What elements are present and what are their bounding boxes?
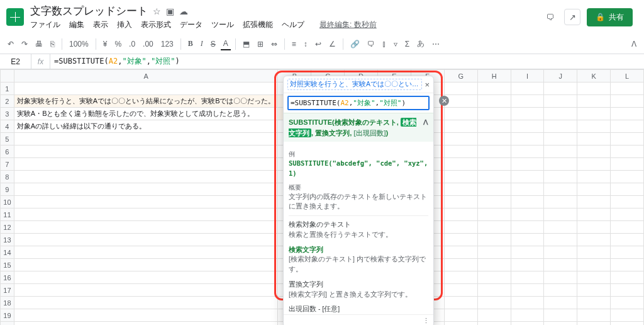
cell[interactable] [511, 284, 544, 297]
cell[interactable] [544, 284, 577, 297]
cell[interactable] [544, 322, 577, 326]
comments-icon[interactable]: 🗨 [541, 9, 558, 25]
filter-button[interactable]: ▿ [391, 38, 400, 50]
chart-button[interactable]: ⫿ [380, 38, 389, 50]
cell[interactable] [611, 120, 644, 133]
cell[interactable] [477, 297, 511, 309]
zoom-select[interactable]: 100% [67, 38, 91, 50]
cell[interactable] [444, 183, 477, 196]
menu-insert[interactable]: 挿入 [117, 20, 132, 30]
cell[interactable] [477, 309, 511, 322]
present-icon[interactable]: ↗ [564, 9, 580, 25]
cell[interactable] [444, 208, 477, 221]
last-edit-label[interactable]: 最終編集: 数秒前 [319, 20, 377, 30]
cell[interactable] [444, 297, 477, 309]
cell[interactable] [511, 158, 544, 171]
collapse-toolbar-icon[interactable]: ᐱ [629, 38, 639, 50]
row-header[interactable]: 16 [1, 271, 14, 284]
cell[interactable] [611, 322, 644, 326]
cell[interactable] [611, 183, 644, 196]
move-icon[interactable]: ▣ [166, 6, 174, 16]
formula-edit-input[interactable]: =SUBSTITUTE(A2,"対象","対照") [287, 96, 430, 110]
fill-color-button[interactable]: ⬒ [240, 38, 252, 50]
cell[interactable] [444, 259, 477, 271]
decrease-decimal-button[interactable]: .0 [126, 38, 138, 50]
cell[interactable] [477, 95, 511, 108]
cell[interactable] [544, 120, 577, 133]
cell[interactable] [511, 259, 544, 271]
cell[interactable] [577, 284, 611, 297]
cell[interactable] [14, 133, 278, 145]
menu-format[interactable]: 表示形式 [141, 20, 171, 30]
cell[interactable] [544, 158, 577, 171]
cell[interactable] [477, 221, 511, 234]
cell[interactable] [544, 108, 577, 120]
cell[interactable] [577, 208, 611, 221]
cell[interactable] [611, 284, 644, 297]
row-header[interactable]: 4 [1, 120, 14, 133]
cell[interactable] [14, 183, 278, 196]
cell[interactable] [544, 196, 577, 208]
cell[interactable] [577, 259, 611, 271]
cell[interactable] [477, 196, 511, 208]
rotate-button[interactable]: ∠ [326, 38, 338, 50]
cell[interactable] [511, 297, 544, 309]
cell[interactable] [511, 171, 544, 183]
formula-input[interactable]: =SUBSTITUTE(A2,"対象","対照") [50, 56, 180, 67]
doc-title[interactable]: 文字数スプレッドシート [30, 4, 148, 18]
cell[interactable] [511, 196, 544, 208]
row-header[interactable]: 8 [1, 171, 14, 183]
cell[interactable] [477, 108, 511, 120]
italic-button[interactable]: I [198, 38, 206, 50]
paint-format-button[interactable]: ⎘ [48, 38, 57, 50]
cell[interactable] [444, 309, 477, 322]
menu-help[interactable]: ヘルプ [282, 20, 304, 30]
insert-comment-button[interactable]: 🗨 [365, 38, 377, 50]
row-header[interactable]: 1 [1, 83, 14, 95]
cell[interactable] [477, 171, 511, 183]
cell[interactable] [611, 108, 644, 120]
row-header[interactable]: 14 [1, 246, 14, 259]
redo-button[interactable]: ↷ [19, 38, 30, 50]
cell[interactable] [511, 83, 544, 95]
cell[interactable] [14, 322, 278, 326]
cell[interactable] [577, 221, 611, 234]
percent-button[interactable]: % [112, 38, 124, 50]
cell[interactable] [577, 108, 611, 120]
row-header[interactable]: 7 [1, 158, 14, 171]
cell[interactable] [544, 271, 577, 284]
borders-button[interactable]: ⊞ [255, 38, 266, 50]
cell[interactable] [14, 196, 278, 208]
cell[interactable] [477, 158, 511, 171]
merge-button[interactable]: ⇔ [269, 38, 280, 50]
row-header[interactable]: 20 [1, 322, 14, 326]
row-header[interactable]: 9 [1, 183, 14, 196]
cell[interactable] [14, 284, 278, 297]
cell[interactable] [577, 158, 611, 171]
share-button[interactable]: 🔒 共有 [587, 8, 633, 26]
cell[interactable] [544, 208, 577, 221]
row-header[interactable]: 19 [1, 309, 14, 322]
number-format-button[interactable]: 123 [158, 38, 176, 50]
input-lang-button[interactable]: あ [414, 37, 427, 50]
cell[interactable] [511, 221, 544, 234]
cell[interactable] [511, 120, 544, 133]
cell[interactable] [544, 171, 577, 183]
cell[interactable]: 対象実験を行うと、実験Aでは〇〇という結果になったが、実験Bでは〇〇だった。 [14, 95, 278, 108]
currency-button[interactable]: ¥ [101, 38, 110, 50]
cell[interactable] [511, 95, 544, 108]
cell[interactable] [577, 234, 611, 246]
cell[interactable] [511, 322, 544, 326]
row-header[interactable]: 6 [1, 145, 14, 158]
cell[interactable] [544, 259, 577, 271]
cell[interactable] [611, 297, 644, 309]
cell[interactable] [511, 183, 544, 196]
cell[interactable] [477, 234, 511, 246]
cell[interactable] [511, 271, 544, 284]
menu-edit[interactable]: 編集 [69, 20, 84, 30]
cell[interactable] [444, 322, 477, 326]
menu-tools[interactable]: ツール [211, 20, 234, 30]
strike-button[interactable]: S [208, 38, 218, 50]
row-header[interactable]: 12 [1, 221, 14, 234]
cell[interactable] [477, 259, 511, 271]
